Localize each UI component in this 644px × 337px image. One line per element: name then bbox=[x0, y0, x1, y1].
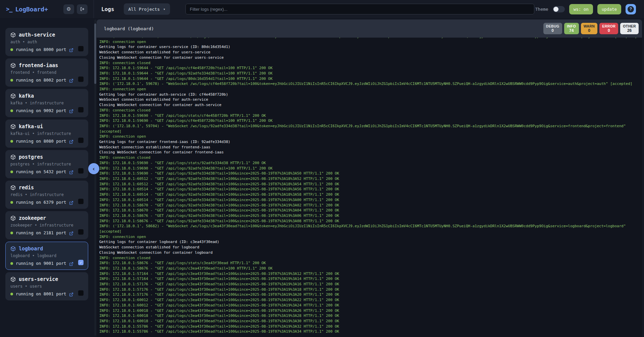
external-link-icon[interactable] bbox=[69, 47, 73, 52]
badge-label: ERROR bbox=[602, 24, 615, 28]
service-card-auth-service[interactable]: auth-serviceauth • authrunning on 8000 p… bbox=[5, 28, 88, 56]
service-card-zookeeper[interactable]: zookeeperzookeeper • infrastructurerunni… bbox=[5, 211, 88, 239]
service-status-text: running on 9001 port bbox=[16, 261, 66, 266]
service-meta: kafka-ui • infrastructure bbox=[10, 131, 83, 136]
sidebar-collapse-button[interactable]: ‹ bbox=[88, 163, 99, 174]
service-status-text: running on 8000 port bbox=[16, 47, 66, 52]
log-line: INFO: ('172.18.0.1', 59704) - "WebSocket… bbox=[99, 124, 639, 134]
log-line: INFO: 172.18.0.1:59644 - "GET /api/logs/… bbox=[99, 71, 639, 76]
theme-toggle[interactable] bbox=[553, 6, 565, 12]
log-line: Closing WebSocket connection for contain… bbox=[99, 55, 639, 60]
service-checkbox[interactable] bbox=[78, 290, 84, 296]
log-filter-input[interactable] bbox=[185, 4, 534, 14]
service-status-text: running on 5432 port bbox=[16, 169, 66, 174]
log-line: INFO: 172.18.0.1:59644 - "GET /api/logs/… bbox=[99, 76, 639, 82]
websocket-status-button[interactable]: ws: on bbox=[569, 4, 593, 14]
service-checkbox[interactable] bbox=[78, 138, 84, 143]
log-area: INFO: ('172.18.0.1', 59650) - "WebSocket… bbox=[97, 38, 642, 337]
question-icon: ? bbox=[628, 6, 634, 12]
chevron-down-icon: ▾ bbox=[163, 7, 165, 11]
status-dot bbox=[10, 171, 13, 173]
package-icon bbox=[10, 154, 16, 160]
help-button[interactable]: ? bbox=[626, 4, 636, 14]
log-line: INFO: 172.18.0.1:58676 - "GET /api/logs/… bbox=[99, 266, 639, 271]
settings-button[interactable]: ⚙ bbox=[63, 4, 74, 14]
service-card-postgres[interactable]: postgrespostgres • infrastructurerunning… bbox=[5, 150, 88, 178]
project-filter-value: All Projects bbox=[128, 7, 160, 12]
log-line: INFO: connection closed bbox=[99, 255, 639, 261]
log-line: INFO: 172.18.0.1:60512 - "GET /api/logs/… bbox=[99, 176, 639, 182]
package-icon bbox=[10, 124, 16, 129]
app-title: LogBoard+ bbox=[15, 6, 48, 13]
badge-debug[interactable]: DEBUG0 bbox=[543, 23, 562, 34]
log-line: INFO: ('172.18.0.1', 59678) - "WebSocket… bbox=[99, 81, 639, 87]
service-status-text: running on 2181 port bbox=[16, 230, 66, 235]
service-card-kafka[interactable]: kafkakafka • infrastructurerunning on 90… bbox=[5, 89, 88, 117]
service-card-kafka-ui[interactable]: kafka-uikafka-ui • infrastructurerunning… bbox=[5, 119, 88, 148]
service-card-users-service[interactable]: users-serviceusers • usersrunning on 800… bbox=[5, 272, 88, 300]
log-line: WebSocket connection established for fro… bbox=[99, 145, 639, 150]
service-card-frontend-iaas[interactable]: frontend-iaasfrontend • frontendrunning … bbox=[5, 58, 88, 87]
external-link-icon[interactable] bbox=[69, 139, 73, 143]
service-name: kafka-ui bbox=[19, 124, 43, 130]
package-icon bbox=[10, 215, 16, 221]
service-checkbox[interactable] bbox=[78, 168, 84, 174]
log-line: INFO: 172.18.0.1:59644 - "GET /api/logs/… bbox=[99, 65, 639, 71]
gear-icon: ⚙ bbox=[66, 6, 71, 12]
external-link-icon[interactable] bbox=[69, 261, 73, 266]
log-line: INFO: 172.18.0.1:57176 - "GET /api/logs/… bbox=[99, 282, 639, 287]
services-sidebar: auth-serviceauth • authrunning on 8000 p… bbox=[0, 18, 97, 337]
app-logo: >_ LogBoard+ bbox=[6, 6, 48, 13]
level-badges: DEBUG0INFO74WARN0ERROR0OTHER26 bbox=[543, 23, 639, 34]
badge-count: 74 bbox=[569, 28, 574, 33]
log-line: Getting logs for container users-service… bbox=[99, 44, 639, 50]
external-link-icon[interactable] bbox=[69, 170, 73, 174]
service-checkbox[interactable]: ✓ bbox=[78, 260, 84, 265]
service-status-text: running on 6379 port bbox=[16, 200, 66, 205]
badge-error[interactable]: ERROR0 bbox=[599, 23, 618, 34]
service-checkbox[interactable] bbox=[78, 229, 84, 235]
logout-button[interactable] bbox=[77, 4, 88, 14]
sidebar-scrollbar-thumb[interactable] bbox=[94, 23, 96, 84]
log-line: INFO: connection open bbox=[99, 87, 639, 92]
badge-count: 0 bbox=[551, 28, 554, 33]
service-card-logboard[interactable]: logboardlogboard • logboardrunning on 90… bbox=[5, 242, 88, 270]
log-line: WebSocket connection established for aut… bbox=[99, 97, 639, 102]
log-line: INFO: ('172.18.0.1', 58682) - "WebSocket… bbox=[99, 224, 639, 234]
update-button[interactable]: update bbox=[597, 4, 621, 14]
log-line: INFO: 172.18.0.1:58676 - "GET /api/logs/… bbox=[99, 213, 639, 219]
theme-toggle-knob bbox=[553, 7, 558, 12]
log-line: INFO: 172.18.0.1:60512 - "GET /api/logs/… bbox=[99, 182, 639, 187]
log-line: WebSocket connection established for log… bbox=[99, 245, 639, 250]
service-checkbox[interactable] bbox=[78, 46, 84, 51]
log-line: INFO: 172.18.0.1:57176 - "GET /api/logs/… bbox=[99, 292, 639, 297]
log-line: INFO: 172.18.0.1:60018 - "GET /api/logs/… bbox=[99, 319, 639, 324]
badge-count: 26 bbox=[627, 28, 632, 33]
service-checkbox[interactable] bbox=[78, 199, 84, 204]
external-link-icon[interactable] bbox=[69, 78, 73, 82]
project-filter-dropdown[interactable]: All Projects ▾ bbox=[124, 3, 170, 15]
service-card-redis[interactable]: redisredis • infrastructurerunning on 63… bbox=[5, 181, 88, 209]
service-meta: frontend • frontend bbox=[10, 70, 83, 75]
sidebar-scrollbar-track bbox=[94, 19, 96, 336]
service-checkbox[interactable] bbox=[78, 77, 84, 82]
external-link-icon[interactable] bbox=[69, 292, 73, 296]
log-line: INFO: 172.18.0.1:57164 - "GET /api/logs/… bbox=[99, 271, 639, 277]
package-icon bbox=[10, 63, 16, 68]
log-panel-title: logboard (logboard) bbox=[104, 26, 154, 31]
external-link-icon[interactable] bbox=[69, 108, 73, 113]
badge-info[interactable]: INFO74 bbox=[564, 23, 579, 34]
service-meta: redis • infrastructure bbox=[10, 192, 83, 197]
service-checkbox[interactable] bbox=[78, 107, 84, 112]
external-link-icon[interactable] bbox=[69, 200, 73, 204]
external-link-icon[interactable] bbox=[69, 231, 73, 235]
badge-warn[interactable]: WARN0 bbox=[581, 23, 598, 34]
badge-count: 0 bbox=[608, 28, 610, 33]
top-bar-left: >_ LogBoard+ ⚙ bbox=[0, 0, 94, 18]
log-panel: logboard (logboard) DEBUG0INFO74WARN0ERR… bbox=[97, 19, 642, 337]
package-icon bbox=[10, 93, 16, 99]
service-meta: logboard • logboard bbox=[10, 253, 83, 258]
log-line: INFO: 172.18.0.1:55786 - "GET /api/logs/… bbox=[99, 324, 639, 329]
log-line: INFO: 172.18.0.1:60012 - "GET /api/logs/… bbox=[99, 297, 639, 303]
badge-other[interactable]: OTHER26 bbox=[620, 23, 639, 34]
